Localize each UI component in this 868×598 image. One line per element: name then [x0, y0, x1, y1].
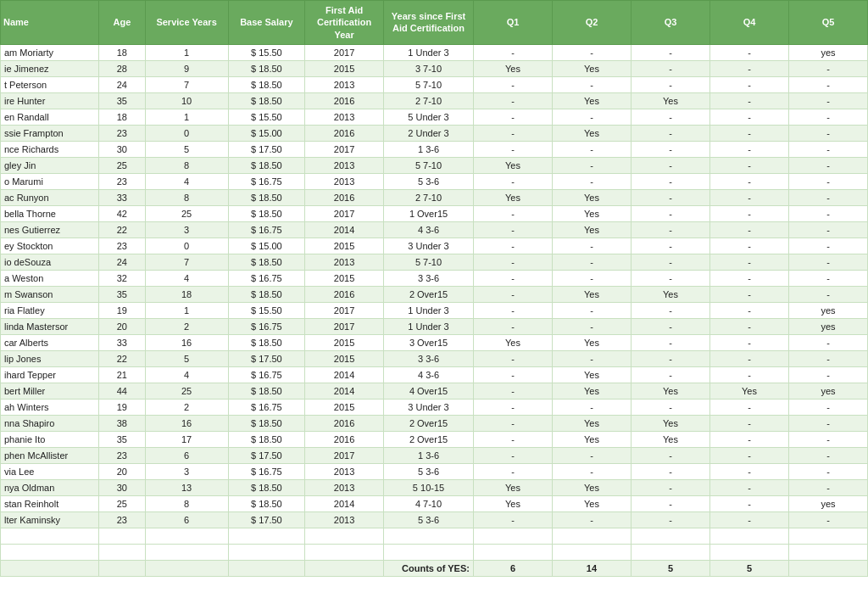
- table-cell: Yes: [552, 431, 631, 447]
- table-cell: -: [631, 495, 709, 511]
- table-cell: -: [631, 205, 709, 221]
- table-row: ssie Frampton230$ 15.0020162 Under 3-Yes…: [1, 125, 868, 141]
- table-cell: -: [788, 238, 867, 254]
- table-cell: 2017: [305, 44, 384, 60]
- table-cell: -: [473, 463, 552, 479]
- table-cell: Yes: [552, 415, 631, 431]
- empty-cell: [305, 528, 384, 544]
- table-cell: 16: [145, 334, 228, 350]
- table-cell: -: [709, 463, 788, 479]
- table-cell: 2013: [305, 173, 384, 189]
- table-cell: $ 15.00: [228, 238, 304, 254]
- table-cell: $ 18.50: [228, 60, 304, 76]
- table-cell: 30: [99, 479, 145, 495]
- table-cell: -: [631, 463, 709, 479]
- table-cell: 24: [99, 254, 145, 270]
- table-cell: -: [709, 254, 788, 270]
- table-cell: $ 17.50: [228, 141, 304, 157]
- table-cell: -: [709, 221, 788, 238]
- table-cell: -: [788, 76, 867, 92]
- table-cell: ah Winters: [1, 399, 99, 415]
- table-cell: -: [788, 270, 867, 286]
- table-cell: 32: [99, 270, 145, 286]
- table-cell: -: [473, 205, 552, 221]
- table-cell: -: [631, 44, 709, 60]
- table-cell: -: [552, 254, 631, 270]
- table-cell: 2017: [305, 141, 384, 157]
- table-cell: 2014: [305, 221, 384, 238]
- table-cell: -: [631, 141, 709, 157]
- table-cell: -: [552, 109, 631, 125]
- table-cell: $ 18.50: [228, 495, 304, 511]
- table-cell: nya Oldman: [1, 479, 99, 495]
- table-cell: -: [788, 254, 867, 270]
- table-cell: 2015: [305, 350, 384, 366]
- table-cell: 10: [145, 92, 228, 109]
- table-cell: -: [473, 431, 552, 447]
- table-cell: 2013: [305, 479, 384, 495]
- empty-cell: [788, 544, 867, 560]
- table-cell: $ 18.50: [228, 286, 304, 302]
- table-cell: Yes: [473, 334, 552, 350]
- table-cell: ac Runyon: [1, 189, 99, 205]
- table-cell: 2017: [305, 302, 384, 318]
- table-cell: lter Kaminsky: [1, 511, 99, 528]
- table-cell: -: [473, 350, 552, 366]
- table-row: stan Reinholt258$ 18.5020144 7-10YesYes-…: [1, 495, 868, 511]
- table-cell: 18: [99, 109, 145, 125]
- table-cell: -: [788, 157, 867, 173]
- table-cell: -: [552, 350, 631, 366]
- table-cell: 3 Over15: [384, 334, 474, 350]
- table-row: t Peterson247$ 18.5020135 7-10-----: [1, 76, 868, 92]
- empty-cell: [552, 528, 631, 544]
- table-cell: Yes: [631, 383, 709, 399]
- table-cell: $ 18.50: [228, 479, 304, 495]
- table-cell: 2013: [305, 254, 384, 270]
- table-row: phen McAllister236$ 17.5020171 3-6-----: [1, 447, 868, 463]
- table-cell: $ 18.50: [228, 431, 304, 447]
- table-cell: 5 3-6: [384, 511, 474, 528]
- table-cell: 25: [99, 495, 145, 511]
- table-cell: 13: [145, 479, 228, 495]
- table-cell: -: [473, 92, 552, 109]
- table-cell: 0: [145, 125, 228, 141]
- table-cell: -: [709, 205, 788, 221]
- table-cell: $ 18.50: [228, 92, 304, 109]
- col-header-age: Age: [99, 1, 145, 45]
- table-cell: 3: [145, 463, 228, 479]
- table-cell: -: [631, 270, 709, 286]
- table-cell: -: [473, 383, 552, 399]
- table-cell: -: [473, 447, 552, 463]
- counts-value: [99, 560, 145, 576]
- table-cell: -: [631, 350, 709, 366]
- table-cell: 38: [99, 415, 145, 431]
- table-cell: 8: [145, 189, 228, 205]
- table-cell: 3 3-6: [384, 350, 474, 366]
- table-cell: -: [709, 431, 788, 447]
- table-cell: 3: [145, 221, 228, 238]
- table-row: bert Miller4425$ 18.5020144 Over15-YesYe…: [1, 383, 868, 399]
- table-cell: $ 15.50: [228, 302, 304, 318]
- table-cell: 0: [145, 238, 228, 254]
- table-cell: a Weston: [1, 270, 99, 286]
- table-cell: -: [631, 302, 709, 318]
- empty-row: [1, 544, 868, 560]
- table-cell: 3 7-10: [384, 60, 474, 76]
- table-cell: gley Jin: [1, 157, 99, 173]
- empty-cell: [552, 544, 631, 560]
- table-cell: 23: [99, 238, 145, 254]
- table-row: lip Jones225$ 17.5020153 3-6-----: [1, 350, 868, 366]
- table-cell: 30: [99, 141, 145, 157]
- table-cell: 20: [99, 463, 145, 479]
- col-header-q1: Q1: [473, 1, 552, 45]
- table-cell: Yes: [631, 415, 709, 431]
- table-cell: -: [709, 173, 788, 189]
- table-cell: -: [552, 44, 631, 60]
- table-cell: 2 7-10: [384, 92, 474, 109]
- table-row: m Swanson3518$ 18.5020162 Over15-YesYes-…: [1, 286, 868, 302]
- table-cell: -: [709, 302, 788, 318]
- table-cell: -: [788, 463, 867, 479]
- table-cell: 35: [99, 286, 145, 302]
- table-cell: 44: [99, 383, 145, 399]
- table-cell: ey Stockton: [1, 238, 99, 254]
